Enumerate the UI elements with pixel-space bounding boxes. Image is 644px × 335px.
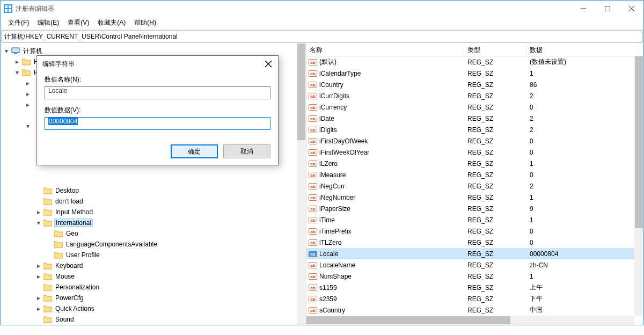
tree-label: Personalization [54, 283, 100, 291]
chevron-right-icon[interactable]: ▸ [24, 90, 32, 98]
tree-item[interactable]: ▸PowerCfg [1, 293, 306, 303]
chevron-right-icon[interactable]: ▸ [24, 101, 32, 108]
svg-text:ab: ab [310, 274, 315, 279]
address-bar[interactable]: 计算机\HKEY_CURRENT_USER\Control Panel\Inte… [2, 31, 642, 42]
list-row[interactable]: abiFirstWeekOfYearREG_SZ0 [306, 147, 643, 158]
value-name-input[interactable]: Locale [45, 86, 270, 99]
header-name[interactable]: 名称 [306, 43, 464, 56]
header-type[interactable]: 类型 [464, 43, 526, 56]
header-data[interactable]: 数据 [526, 43, 643, 56]
menu-view[interactable]: 查看(V) [64, 17, 92, 28]
tree-item[interactable]: ▸Geo [1, 228, 306, 239]
value-data: 0 [526, 149, 643, 156]
list-row[interactable]: abiLZeroREG_SZ1 [306, 158, 643, 169]
value-type: REG_SZ [464, 183, 526, 190]
folder-icon [43, 187, 52, 194]
tree-label: PowerCfg [54, 294, 85, 302]
tree-item[interactable]: ▸don't load [1, 196, 306, 207]
menu-file[interactable]: 文件(F) [5, 17, 32, 28]
list-row[interactable]: abLocaleREG_SZ00000804 [306, 248, 643, 259]
list-row[interactable]: abiTLZeroREG_SZ0 [306, 237, 643, 248]
chevron-right-icon[interactable]: ▸ [35, 208, 42, 216]
maximize-button[interactable] [595, 1, 619, 17]
tree-root[interactable]: ▾计算机 [1, 46, 306, 56]
list-row[interactable]: abiNegCurrREG_SZ2 [306, 180, 643, 192]
ok-button[interactable]: 确定 [171, 144, 218, 158]
list-scrollbar-h[interactable] [306, 316, 634, 325]
list-row[interactable]: abiCurrDigitsREG_SZ2 [306, 90, 643, 101]
svg-rect-3 [5, 9, 8, 12]
tree-item[interactable]: ▸Mouse [1, 271, 306, 282]
tree-label: Desktop [54, 187, 80, 194]
list-row[interactable]: abiCurrencyREG_SZ0 [306, 101, 643, 113]
cancel-button[interactable]: 取消 [223, 144, 270, 158]
svg-text:ab: ab [310, 218, 315, 223]
list-row[interactable]: ab(默认)REG_SZ(数值未设置) [306, 56, 643, 68]
value-data: 86 [526, 81, 643, 89]
tree-item[interactable]: ▸User Profile [1, 250, 306, 260]
tree-scrollbar[interactable] [297, 43, 306, 325]
menu-help[interactable]: 帮助(H) [131, 17, 159, 28]
menu-fav[interactable]: 收藏夹(A) [94, 17, 129, 28]
chevron-right-icon[interactable]: ▸ [35, 262, 42, 270]
list-row[interactable]: abs1159REG_SZ上午 [306, 282, 643, 293]
list-scrollbar-v[interactable] [634, 56, 643, 316]
svg-rect-10 [12, 48, 19, 52]
tree-item[interactable]: ▸LanguageComponentsAvailable [1, 239, 306, 250]
list-row[interactable]: abiPaperSizeREG_SZ9 [306, 203, 643, 214]
list-row[interactable]: abiTimeREG_SZ1 [306, 214, 643, 225]
list-row[interactable]: abiNegNumberREG_SZ1 [306, 192, 643, 203]
list-row[interactable]: absCountryREG_SZ中国 [306, 304, 643, 316]
chevron-right-icon[interactable]: ▸ [13, 58, 21, 65]
value-data: 0 [526, 104, 643, 111]
edit-string-dialog: 编辑字符串 数值名称(N): Locale 数值数据(V): 00000804 … [36, 55, 279, 165]
tree-item[interactable]: ▸Quick Actions [1, 303, 306, 314]
value-name: iCalendarType [319, 70, 361, 77]
list-row[interactable]: abiCountryREG_SZ86 [306, 79, 643, 90]
list-row[interactable]: abiTimePrefixREG_SZ0 [306, 225, 643, 237]
tree-item[interactable]: ▸Desktop [1, 185, 306, 196]
value-type: REG_SZ [464, 205, 526, 213]
close-button[interactable] [619, 1, 643, 17]
minimize-button[interactable] [571, 1, 595, 17]
tree-item[interactable]: ▸Personalization [1, 282, 306, 293]
chevron-down-icon[interactable]: ▾ [13, 69, 21, 76]
list-row[interactable]: abiFirstDayOfWeekREG_SZ0 [306, 135, 643, 147]
tree-item[interactable]: ▸Keyboard [1, 260, 306, 271]
value-data-label: 数值数据(V): [45, 106, 270, 115]
chevron-down-icon[interactable]: ▾ [35, 219, 42, 227]
value-data: 1 [526, 70, 643, 77]
values-pane: 名称 类型 数据 ab(默认)REG_SZ(数值未设置)abiCalendarT… [306, 43, 643, 325]
list-row[interactable]: abs2359REG_SZ下午 [306, 293, 643, 304]
list-row[interactable]: abNumShapeREG_SZ1 [306, 271, 643, 282]
list-row[interactable]: abiCalendarTypeREG_SZ1 [306, 68, 643, 79]
chevron-right-icon[interactable]: ▸ [35, 294, 42, 302]
list-row[interactable]: abiMeasureREG_SZ0 [306, 169, 643, 180]
chevron-right-icon[interactable]: ▸ [35, 273, 42, 280]
list-row[interactable]: abiDigitsREG_SZ2 [306, 124, 643, 135]
tree-item[interactable]: ▸Sound [1, 314, 306, 325]
scrollbar-thumb[interactable] [306, 316, 510, 324]
chevron-right-icon[interactable]: ▸ [24, 79, 32, 87]
chevron-right-icon[interactable]: ▸ [35, 305, 42, 312]
tree-item-international[interactable]: ▾International [1, 217, 306, 228]
menu-edit[interactable]: 编辑(E) [34, 17, 62, 28]
scrollbar-thumb[interactable] [635, 56, 643, 228]
value-type: REG_SZ [464, 70, 526, 77]
list-header: 名称 类型 数据 [306, 43, 643, 56]
value-name: iTLZero [319, 239, 341, 246]
tree-label: Geo [65, 230, 79, 237]
value-name: iLZero [319, 160, 338, 168]
list-row[interactable]: abiDateREG_SZ2 [306, 113, 643, 124]
value-name: Locale [319, 250, 338, 258]
chevron-down-icon[interactable]: ▾ [24, 122, 32, 130]
value-name: iPaperSize [319, 205, 350, 213]
svg-text:ab: ab [310, 241, 315, 245]
dialog-close-button[interactable] [261, 58, 276, 70]
chevron-down-icon[interactable]: ▾ [3, 47, 10, 55]
tree-item[interactable]: ▸Input Method [1, 207, 306, 217]
value-data-input[interactable]: 00000804 [45, 117, 270, 130]
scrollbar-thumb[interactable] [297, 43, 305, 140]
svg-text:ab: ab [310, 60, 315, 65]
list-row[interactable]: abLocaleNameREG_SZzh-CN [306, 259, 643, 271]
